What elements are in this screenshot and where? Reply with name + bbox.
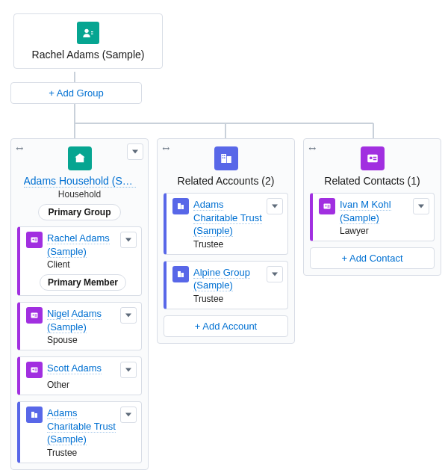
household-subtitle: Household bbox=[58, 189, 101, 200]
svg-rect-25 bbox=[224, 155, 225, 157]
member-name-link[interactable]: Scott Adams bbox=[47, 362, 102, 374]
svg-point-9 bbox=[33, 239, 34, 241]
svg-point-33 bbox=[369, 156, 372, 159]
svg-rect-29 bbox=[181, 205, 184, 209]
related-accounts-title: Related Accounts (2) bbox=[178, 175, 275, 187]
account-icon bbox=[172, 266, 189, 282]
contacts-icon bbox=[361, 146, 385, 170]
svg-rect-10 bbox=[35, 239, 37, 240]
svg-point-7 bbox=[78, 158, 81, 161]
svg-rect-34 bbox=[373, 157, 376, 158]
svg-rect-35 bbox=[373, 159, 376, 161]
account-role: Trustee bbox=[193, 294, 283, 304]
add-group-button[interactable]: + Add Group bbox=[10, 82, 142, 104]
svg-rect-21 bbox=[35, 413, 38, 418]
related-contacts-title: Related Contacts (1) bbox=[324, 175, 420, 187]
svg-rect-28 bbox=[178, 203, 181, 209]
related-contacts-panel: ⤢ Related Contacts (1) Ivan M Kohl (Samp… bbox=[303, 138, 441, 276]
svg-point-17 bbox=[33, 369, 34, 371]
household-icon bbox=[68, 146, 92, 170]
svg-rect-14 bbox=[35, 315, 37, 315]
svg-rect-23 bbox=[226, 156, 231, 163]
account-card: Alpine Group (Sample) Trustee bbox=[164, 261, 288, 309]
account-icon bbox=[26, 407, 43, 423]
member-menu-button[interactable] bbox=[120, 232, 137, 248]
svg-point-37 bbox=[326, 205, 327, 207]
contact-icon bbox=[77, 22, 99, 44]
account-name-link[interactable]: Alpine Group (Sample) bbox=[193, 267, 250, 292]
account-role: Trustee bbox=[193, 239, 283, 250]
svg-rect-30 bbox=[178, 271, 181, 277]
add-account-button[interactable]: + Add Account bbox=[164, 315, 288, 337]
svg-rect-24 bbox=[222, 155, 223, 157]
svg-rect-16 bbox=[31, 368, 38, 373]
member-name-link[interactable]: Nigel Adams (Sample) bbox=[47, 308, 102, 333]
contact-name-link[interactable]: Ivan M Kohl (Sample) bbox=[340, 199, 391, 224]
root-contact-name: Rachel Adams (Sample) bbox=[32, 49, 145, 61]
account-card: Adams Charitable Trust (Sample) Trustee bbox=[164, 193, 288, 255]
contact-card: Ivan M Kohl (Sample) Lawyer bbox=[310, 193, 435, 241]
household-title-link[interactable]: Adams Household (Sam… bbox=[24, 175, 136, 188]
svg-rect-12 bbox=[31, 313, 38, 318]
svg-rect-8 bbox=[31, 238, 38, 243]
svg-rect-20 bbox=[31, 412, 34, 418]
primary-group-chip: Primary Group bbox=[38, 204, 120, 220]
member-name-link[interactable]: Rachel Adams (Sample) bbox=[47, 232, 110, 258]
household-menu-button[interactable] bbox=[127, 143, 143, 160]
svg-rect-18 bbox=[35, 369, 37, 370]
member-role: Spouse bbox=[47, 335, 137, 345]
svg-rect-38 bbox=[328, 205, 330, 206]
member-card: Nigel Adams (Sample) Spouse bbox=[17, 302, 142, 350]
accounts-icon bbox=[214, 146, 238, 170]
svg-rect-11 bbox=[35, 241, 37, 241]
contact-card-icon bbox=[26, 362, 43, 378]
svg-rect-22 bbox=[221, 154, 226, 163]
member-card: Adams Charitable Trust (Sample) Trustee bbox=[17, 401, 142, 463]
contact-role: Lawyer bbox=[340, 226, 429, 236]
member-role: Other bbox=[47, 380, 137, 390]
root-contact-card: Rachel Adams (Sample) bbox=[13, 13, 163, 69]
primary-member-chip: Primary Member bbox=[40, 274, 126, 291]
svg-rect-15 bbox=[35, 316, 37, 317]
svg-rect-32 bbox=[367, 155, 378, 163]
member-card: Scott Adams Other bbox=[17, 356, 142, 395]
contact-card-icon bbox=[26, 232, 43, 248]
household-panel: ⤢ Adams Household (Sam… Household Primar… bbox=[10, 138, 149, 470]
svg-rect-26 bbox=[222, 158, 223, 159]
account-icon bbox=[172, 198, 189, 214]
svg-rect-27 bbox=[224, 158, 225, 159]
add-contact-button[interactable]: + Add Contact bbox=[310, 247, 435, 269]
member-card: Rachel Adams (Sample) Client Primary Mem… bbox=[17, 226, 142, 296]
member-menu-button[interactable] bbox=[120, 307, 137, 324]
account-menu-button[interactable] bbox=[267, 198, 283, 214]
account-menu-button[interactable] bbox=[267, 266, 283, 282]
contact-card-icon bbox=[26, 307, 43, 324]
member-menu-button[interactable] bbox=[120, 407, 137, 423]
member-name-link[interactable]: Adams Charitable Trust (Sample) bbox=[47, 407, 116, 445]
member-role: Client bbox=[47, 259, 137, 270]
member-menu-button[interactable] bbox=[120, 362, 137, 378]
svg-rect-36 bbox=[324, 204, 331, 209]
svg-rect-39 bbox=[328, 207, 330, 208]
svg-rect-19 bbox=[35, 371, 37, 371]
member-role: Trustee bbox=[47, 448, 137, 458]
svg-point-6 bbox=[84, 29, 88, 33]
svg-rect-31 bbox=[181, 273, 184, 277]
related-accounts-panel: ⤢ Related Accounts (2) Adams Charitable … bbox=[157, 138, 295, 344]
contact-card-icon bbox=[319, 198, 335, 214]
contact-menu-button[interactable] bbox=[413, 198, 429, 214]
svg-point-13 bbox=[33, 315, 34, 316]
account-name-link[interactable]: Adams Charitable Trust (Sample) bbox=[193, 199, 262, 237]
